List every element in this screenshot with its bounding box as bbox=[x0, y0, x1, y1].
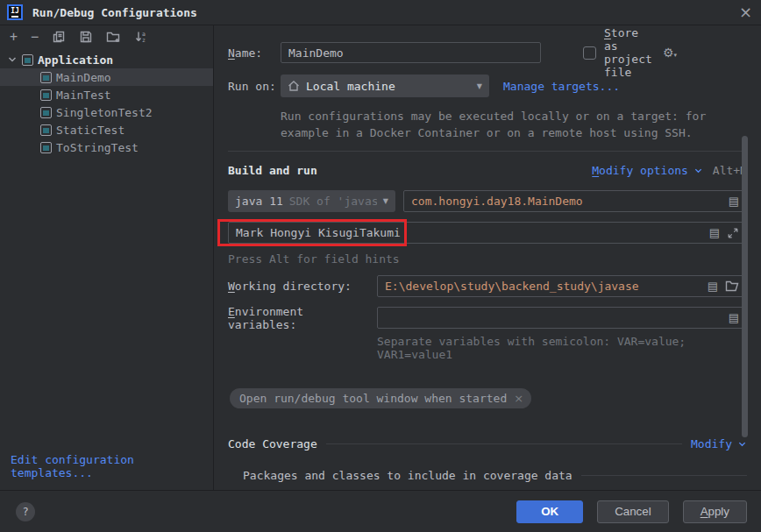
tree-item-tostringtest[interactable]: ToStringTest bbox=[0, 138, 213, 156]
apply-button[interactable]: Apply bbox=[683, 500, 747, 523]
open-tool-window-tag[interactable]: Open run/debug tool window when started … bbox=[230, 388, 531, 408]
svg-text:z: z bbox=[142, 37, 146, 44]
application-icon bbox=[40, 124, 52, 136]
tree-item-label: MainDemo bbox=[56, 71, 111, 84]
browse-list-icon[interactable]: ▤ bbox=[709, 226, 720, 239]
run-on-value: Local machine bbox=[306, 80, 471, 93]
close-icon[interactable]: × bbox=[739, 4, 752, 20]
program-arguments-row: Mark Hongyi KisugiTakumi ▤ bbox=[228, 222, 747, 244]
working-directory-label: Working directory: bbox=[228, 280, 377, 293]
coverage-modify-link[interactable]: Modify bbox=[691, 437, 732, 450]
tag-label: Open run/debug tool window when started bbox=[239, 392, 507, 405]
configurations-tree: Application MainDemo MainTest SingletonT… bbox=[0, 51, 213, 156]
jdk-and-mainclass-row: java 11 SDK of 'javase' modu ▼ com.hongy… bbox=[228, 190, 747, 212]
tree-item-label: StaticTest bbox=[56, 124, 124, 137]
remove-configuration-icon[interactable]: − bbox=[31, 31, 39, 44]
application-type-icon bbox=[22, 54, 33, 66]
gear-dropdown-arrow-icon: ▾ bbox=[674, 52, 678, 59]
chevron-down-icon[interactable] bbox=[7, 54, 18, 65]
browse-list-icon[interactable]: ▤ bbox=[708, 280, 718, 293]
modify-options-link[interactable]: Modify options bbox=[592, 164, 688, 177]
expand-field-icon[interactable] bbox=[727, 227, 739, 239]
configuration-form: Name: MainDemo Store as project file ⚙ ▾… bbox=[214, 25, 761, 490]
application-icon bbox=[40, 107, 52, 118]
application-icon bbox=[40, 72, 52, 83]
working-directory-value: E:\develop\study\backend_study\javase bbox=[385, 280, 708, 293]
tree-item-statictest[interactable]: StaticTest bbox=[0, 121, 213, 138]
home-icon bbox=[288, 80, 300, 92]
store-as-project-file-label: Store as project file bbox=[604, 26, 657, 79]
jdk-detail: SDK of 'javase' modu bbox=[289, 195, 377, 208]
cancel-button[interactable]: Cancel bbox=[597, 500, 669, 523]
gear-icon[interactable]: ⚙ bbox=[663, 46, 674, 59]
jdk-value: java 11 bbox=[235, 195, 283, 208]
tree-item-label: MainTest bbox=[56, 89, 111, 102]
open-folder-icon[interactable] bbox=[725, 280, 739, 293]
options-tag-row: Open run/debug tool window when started … bbox=[228, 388, 747, 408]
name-input[interactable]: MainDemo bbox=[281, 42, 541, 63]
coverage-packages-row: Packages and classes to include in cover… bbox=[243, 466, 747, 484]
help-button[interactable]: ? bbox=[16, 502, 35, 521]
sidebar-toolbar: + − bbox=[0, 25, 213, 48]
name-label: Name: bbox=[228, 46, 281, 60]
working-directory-row: Working directory: E:\develop\study\back… bbox=[228, 275, 747, 297]
intellij-logo-underline bbox=[11, 16, 18, 18]
tree-item-label: SingletonTest2 bbox=[56, 106, 153, 119]
modify-options-chevron-icon bbox=[693, 166, 703, 175]
field-hints-text: Press Alt for field hints bbox=[228, 252, 747, 266]
scrollbar-thumb[interactable] bbox=[742, 136, 748, 437]
intellij-logo-text: IJ bbox=[11, 8, 19, 15]
environment-variables-row: Environment variables: ▤ bbox=[228, 307, 747, 329]
ok-button[interactable]: OK bbox=[516, 500, 583, 523]
run-on-select[interactable]: Local machine ▼ bbox=[281, 74, 489, 97]
tree-item-application[interactable]: Application bbox=[0, 51, 213, 68]
main-class-value: com.hongyi.day18.MainDemo bbox=[411, 195, 729, 208]
save-configuration-icon[interactable] bbox=[79, 30, 93, 44]
environment-variables-label: Environment variables: bbox=[228, 305, 377, 331]
add-configuration-icon[interactable]: + bbox=[10, 31, 18, 44]
manage-targets-link[interactable]: Manage targets... bbox=[503, 80, 620, 93]
build-and-run-header: Build and run Modify options Alt+M bbox=[228, 161, 747, 179]
edit-configuration-templates-link[interactable]: Edit configuration templates... bbox=[11, 453, 213, 479]
jdk-select[interactable]: java 11 SDK of 'javase' modu ▼ bbox=[228, 190, 395, 212]
store-as-project-file-group: Store as project file ⚙ ▾ bbox=[583, 26, 677, 79]
tree-item-maintest[interactable]: MainTest bbox=[0, 86, 213, 103]
coverage-packages-label: Packages and classes to include in cover… bbox=[243, 469, 573, 482]
coverage-modify-chevron-icon bbox=[737, 439, 747, 449]
main-class-input[interactable]: com.hongyi.day18.MainDemo ▤ bbox=[403, 190, 747, 212]
browse-list-icon[interactable]: ▤ bbox=[729, 195, 739, 208]
tree-item-label: Application bbox=[38, 53, 113, 67]
sort-alphabetically-icon[interactable]: a z bbox=[134, 30, 148, 44]
program-arguments-value: Mark Hongyi KisugiTakumi bbox=[236, 226, 709, 239]
project-file-settings-group[interactable]: ⚙ ▾ bbox=[663, 46, 677, 59]
code-coverage-header: Code Coverage Modify bbox=[228, 435, 747, 452]
intellij-logo-icon: IJ bbox=[7, 4, 23, 20]
code-coverage-title: Code Coverage bbox=[228, 437, 317, 450]
tag-close-icon[interactable]: × bbox=[514, 392, 523, 405]
header-rule bbox=[581, 475, 747, 476]
browse-list-icon[interactable]: ▤ bbox=[729, 311, 739, 324]
environment-variables-input[interactable]: ▤ bbox=[377, 307, 747, 329]
build-and-run-title: Build and run bbox=[228, 164, 317, 177]
run-on-label: Run on: bbox=[228, 80, 281, 93]
section-divider bbox=[228, 151, 747, 152]
tree-item-singletontest2[interactable]: SingletonTest2 bbox=[0, 103, 213, 121]
copy-configuration-icon[interactable] bbox=[52, 30, 66, 44]
tree-item-label: ToStringTest bbox=[56, 141, 139, 154]
name-row: Name: MainDemo Store as project file ⚙ ▾ bbox=[228, 42, 747, 63]
store-as-project-file-checkbox[interactable] bbox=[583, 46, 596, 60]
tree-item-maindemo[interactable]: MainDemo bbox=[0, 68, 213, 86]
configurations-sidebar: + − bbox=[0, 25, 214, 490]
new-folder-icon[interactable] bbox=[106, 30, 121, 44]
run-on-help-text: Run configurations may be executed local… bbox=[281, 108, 747, 141]
program-arguments-input[interactable]: Mark Hongyi KisugiTakumi ▤ bbox=[228, 222, 747, 244]
title-bar: IJ Run/Debug Configurations × bbox=[0, 0, 761, 25]
dialog-title: Run/Debug Configurations bbox=[32, 6, 197, 19]
application-icon bbox=[40, 89, 52, 101]
working-directory-input[interactable]: E:\develop\study\backend_study\javase ▤ bbox=[377, 275, 747, 297]
application-icon bbox=[40, 142, 52, 153]
name-value: MainDemo bbox=[288, 46, 344, 60]
combo-arrow-icon: ▼ bbox=[477, 82, 482, 90]
environment-variables-hint: Separate variables with semicolon: VAR=v… bbox=[377, 335, 747, 361]
dialog-footer: ? OK Cancel Apply bbox=[0, 490, 761, 532]
